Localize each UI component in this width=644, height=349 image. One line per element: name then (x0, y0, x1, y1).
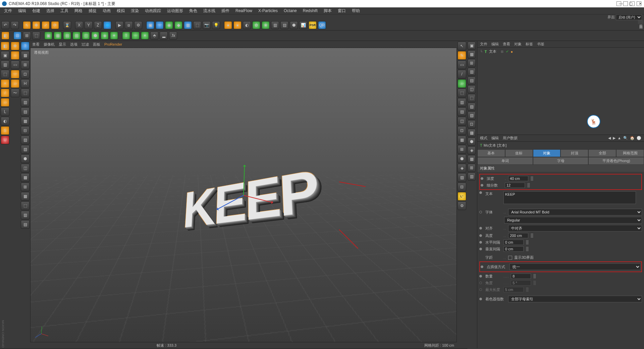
nav-up-icon[interactable]: ▲ (618, 136, 621, 140)
menu-选择[interactable]: 选择 (44, 7, 57, 14)
t14[interactable]: ▩ (21, 173, 30, 182)
subdiv-input[interactable] (505, 183, 525, 188)
effector-icon[interactable]: ⬘ (150, 32, 158, 40)
vspace-input[interactable] (503, 246, 524, 252)
generator-icon[interactable]: ◆ (174, 21, 182, 29)
menu-网格[interactable]: 网格 (72, 7, 85, 14)
s14[interactable]: ▦ (468, 155, 476, 163)
mograph-3-icon[interactable]: ▤ (63, 32, 71, 40)
move-icon[interactable]: ✥ (32, 21, 40, 29)
spinner-icon[interactable] (526, 246, 529, 252)
plane-icon[interactable]: L¹ (458, 192, 466, 201)
psr-icon[interactable]: PSR (309, 21, 317, 29)
s12[interactable]: ⬢ (468, 138, 476, 146)
nav-fwd-icon[interactable]: ▶ (613, 136, 615, 140)
t7[interactable]: ▤ (21, 107, 30, 116)
viewport[interactable]: 透视视图 KEEP (30, 48, 457, 342)
align-select[interactable]: 中对齐 (508, 225, 642, 232)
menu-窗口[interactable]: 窗口 (335, 7, 348, 14)
t15[interactable]: ⊞ (21, 183, 30, 191)
r1[interactable]: ↖ (458, 42, 466, 50)
step-icon[interactable]: ▂ (160, 32, 168, 40)
s11[interactable]: ▩ (468, 129, 476, 137)
rotate-icon[interactable]: ⟳ (51, 21, 59, 29)
mograph-4-icon[interactable]: ▥ (72, 32, 80, 40)
vp-menu[interactable]: 过滤 (82, 42, 89, 47)
r8[interactable]: ▤ (458, 107, 466, 116)
t11[interactable]: ▧ (21, 145, 30, 154)
t2[interactable]: ⊞ (21, 60, 30, 69)
menu-捕捉[interactable]: 捕捉 (86, 7, 99, 14)
font-select[interactable]: Arial Rounded MT Bold (508, 209, 642, 215)
menu-编辑[interactable]: 编辑 (15, 7, 29, 14)
model-mode-icon[interactable]: ▣ (1, 51, 9, 60)
hspace-input[interactable] (503, 240, 524, 245)
menu-动画跟踪[interactable]: 动画跟踪 (142, 7, 164, 14)
s7[interactable]: ⬚ (468, 94, 476, 102)
lock-x-icon[interactable]: X (75, 21, 83, 29)
lock-z-icon[interactable]: Z (94, 21, 102, 29)
text-input[interactable]: KEEP (503, 191, 636, 204)
snap-icon[interactable]: ⊡ (13, 32, 21, 40)
r15[interactable]: ▨ (458, 173, 466, 182)
spinner-icon[interactable] (526, 240, 529, 245)
s8[interactable]: ▨ (468, 103, 476, 111)
r14[interactable]: ◈ (458, 164, 466, 172)
layout-select[interactable]: 启动 (用户) (616, 14, 642, 20)
object-manager[interactable]: └T 文本 ✔ ● 🦌 (477, 48, 644, 135)
s10[interactable]: ⊡ (468, 120, 476, 128)
mograph-6-icon[interactable]: ⬢ (91, 32, 99, 40)
render-region-icon[interactable]: ⧈ (125, 21, 133, 29)
vp-menu[interactable]: 面板 (93, 42, 100, 47)
qr-icon[interactable]: QR (318, 21, 326, 29)
s2[interactable]: ▦ (468, 50, 476, 58)
axis-icon[interactable]: L (1, 107, 9, 116)
plugin-4-icon[interactable]: ✿ (252, 21, 260, 29)
scale-icon[interactable]: ⤢ (42, 21, 50, 29)
menu-工具[interactable]: 工具 (58, 7, 71, 14)
gear-icon[interactable]: ⚙ (458, 201, 466, 210)
s13[interactable]: ◈ (468, 146, 476, 154)
nav-search-icon[interactable]: 🔍 (623, 136, 628, 140)
vp-prorender[interactable]: ProRender (104, 42, 122, 46)
object-item-text[interactable]: └T 文本 ✔ ● (477, 48, 644, 55)
scene-icon[interactable]: ⬚ (193, 21, 201, 29)
nurbs-icon[interactable]: ◉ (165, 21, 173, 29)
s5[interactable]: ▤ (468, 77, 476, 85)
menu-角色[interactable]: 角色 (186, 7, 200, 14)
r5[interactable]: ▱ (458, 79, 466, 88)
spinner-icon[interactable] (527, 183, 530, 188)
obj-tab[interactable]: 标签 (526, 42, 533, 47)
live-select-icon[interactable]: ○ (11, 51, 19, 60)
point-mode-icon[interactable]: • (1, 79, 9, 88)
soft-icon[interactable]: S (1, 126, 9, 135)
t4[interactable]: H (21, 79, 30, 88)
count-input[interactable] (511, 273, 531, 279)
r13[interactable]: ⬢ (458, 154, 466, 163)
t9[interactable]: ⊟ (21, 126, 30, 135)
tracer-icon[interactable]: 〰 (131, 32, 140, 40)
lasso-icon[interactable]: 〰 (11, 70, 19, 79)
spinner-icon[interactable] (530, 176, 534, 181)
nav-lock-icon[interactable]: ⚪ (637, 136, 641, 140)
menu-运动图形[interactable]: 运动图形 (164, 7, 186, 14)
plugin-7-icon[interactable]: ▤ (280, 21, 288, 29)
obj-tab[interactable]: 书签 (537, 42, 544, 47)
shader-select[interactable]: 全部字母索引 (508, 296, 642, 302)
plugin-8-icon[interactable]: ⬢ (290, 21, 298, 29)
lock-y-icon[interactable]: Y (85, 21, 93, 29)
r7[interactable]: ▥ (458, 98, 466, 107)
attr-tab[interactable]: 单词 (477, 157, 533, 165)
plugin-3-icon[interactable]: ◐ (243, 21, 251, 29)
undo-icon[interactable]: ↶ (1, 21, 9, 29)
r12[interactable]: ⊞ (458, 145, 466, 154)
history-icon[interactable]: ⌛ (63, 21, 71, 29)
r11[interactable]: ▦ (458, 136, 466, 144)
menu-模拟[interactable]: 模拟 (114, 7, 127, 14)
r2[interactable]: ✎ (458, 51, 466, 60)
menu-动画[interactable]: 动画 (100, 7, 113, 14)
attr-menu[interactable]: 用户数据 (503, 136, 518, 141)
text-3d-object[interactable]: KEEP (181, 157, 320, 240)
redo-icon[interactable]: ↷ (11, 21, 19, 29)
t6[interactable]: ▥ (21, 98, 30, 107)
